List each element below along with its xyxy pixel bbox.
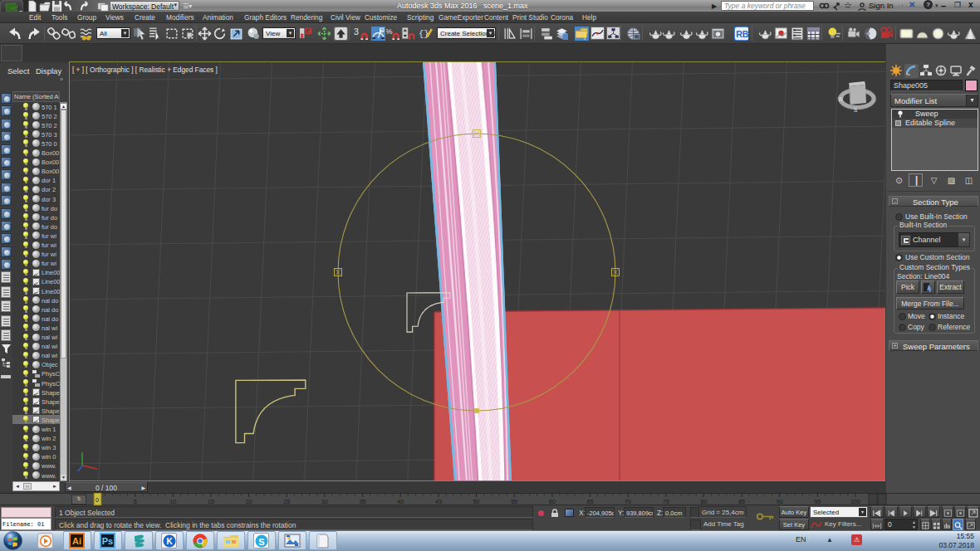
svg-text:S: S <box>854 107 858 113</box>
svg-text:W: W <box>838 96 844 102</box>
svg-text:%: % <box>386 27 393 36</box>
svg-text:RB: RB <box>736 29 748 39</box>
svg-text:15: 15 <box>208 498 214 505</box>
svg-text:3: 3 <box>354 27 359 37</box>
svg-text:50: 50 <box>473 498 479 505</box>
svg-text:75: 75 <box>663 498 669 505</box>
svg-text:65: 65 <box>586 498 593 505</box>
svg-text:80: 80 <box>700 498 707 505</box>
svg-text:0: 0 <box>96 496 99 504</box>
svg-text:25: 25 <box>283 498 290 505</box>
svg-text:5: 5 <box>134 498 137 505</box>
svg-text:K: K <box>166 537 173 546</box>
svg-text:35: 35 <box>360 498 366 505</box>
svg-text:20: 20 <box>246 498 252 505</box>
svg-text:55: 55 <box>511 498 517 505</box>
svg-text:30: 30 <box>321 498 328 505</box>
svg-text:40: 40 <box>397 498 404 505</box>
svg-text:100: 100 <box>850 498 860 505</box>
svg-text:10: 10 <box>169 498 176 505</box>
svg-text:95: 95 <box>814 498 821 505</box>
svg-text:70: 70 <box>625 498 631 505</box>
svg-text:?: ? <box>583 33 587 41</box>
svg-text:60: 60 <box>549 498 556 505</box>
svg-text:[ + ] [ Orthographic ] [ Reali: [ + ] [ Orthographic ] [ Realistic + Edg… <box>72 66 218 74</box>
svg-text:S: S <box>258 537 264 547</box>
svg-text:85: 85 <box>738 498 745 505</box>
svg-text:90: 90 <box>777 498 783 505</box>
svg-text:45: 45 <box>435 498 442 505</box>
